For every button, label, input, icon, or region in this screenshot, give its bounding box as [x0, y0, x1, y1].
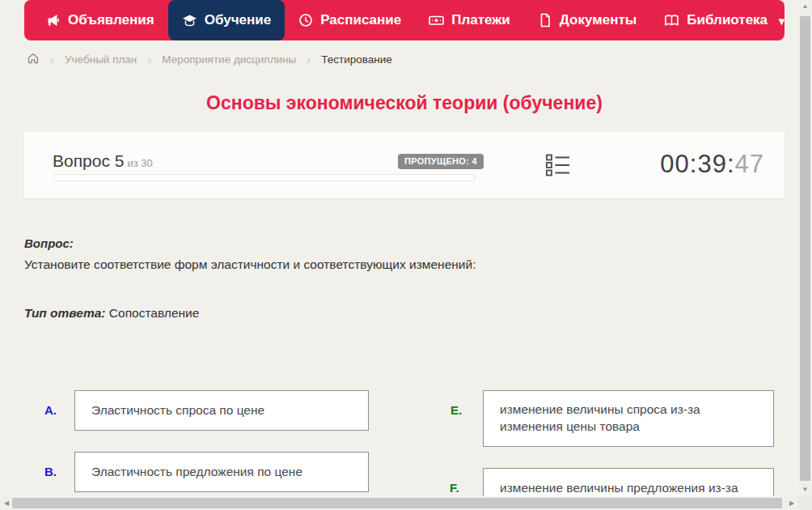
nav-label: Библиотека [687, 12, 768, 28]
nav-label: Платежи [451, 12, 510, 28]
match-option-a[interactable]: Эластичность спроса по цене [74, 390, 369, 431]
timer: 00:39:47 [660, 150, 764, 179]
scroll-left-arrow[interactable]: ◀ [0, 496, 13, 510]
question-panel: Вопрос 5из 30 ПРОПУЩЕНО: 4 00:39:47 [24, 132, 785, 198]
page-title: Основы экономической теории (обучение) [0, 92, 809, 114]
main-navbar: Объявления Обучение Расписание Платежи Д… [24, 0, 785, 40]
chevron-down-icon: ▼ [776, 15, 787, 28]
breadcrumb-separator: › [50, 53, 54, 66]
scroll-right-arrow[interactable]: ▶ [785, 496, 798, 510]
match-letter-a: A. [44, 403, 57, 417]
answer-type-row: Тип ответа: Сопоставление [24, 306, 199, 321]
breadcrumb-discipline-event[interactable]: Мероприятие дисциплины [162, 53, 296, 66]
breadcrumb-curriculum[interactable]: Учебный план [65, 53, 137, 66]
vertical-scroll-thumb[interactable] [800, 16, 810, 481]
match-letter-b: B. [44, 465, 57, 478]
breadcrumb: › Учебный план › Мероприятие дисциплины … [27, 50, 392, 68]
document-icon [538, 13, 552, 28]
question-list-icon[interactable] [546, 154, 572, 178]
scroll-down-arrow[interactable]: ▼ [798, 483, 812, 496]
clock-icon [298, 13, 313, 28]
match-option-e[interactable]: изменение величины спроса из-за изменени… [483, 390, 774, 447]
skipped-badge: ПРОПУЩЕНО: 4 [398, 154, 484, 169]
book-icon [664, 13, 679, 28]
nav-item-schedule[interactable]: Расписание [285, 0, 415, 40]
breadcrumb-separator: › [147, 53, 151, 66]
answer-type-value: Сопоставление [109, 306, 200, 320]
match-letter-e: E. [450, 403, 462, 417]
nav-item-library[interactable]: Библиотека ▼ [650, 0, 801, 40]
answer-type-label: Тип ответа: [24, 306, 106, 320]
nav-label: Объявления [68, 12, 154, 28]
home-icon[interactable] [27, 52, 40, 66]
match-option-b[interactable]: Эластичность предложения по цене [74, 452, 369, 492]
nav-item-payments[interactable]: Платежи [415, 0, 524, 40]
horizontal-scrollbar[interactable]: ◀ ▶ [0, 496, 798, 510]
nav-label: Документы [560, 12, 637, 28]
nav-item-announcements[interactable]: Объявления [32, 0, 168, 40]
question-text: Установите соответствие форм эластичност… [24, 257, 476, 272]
nav-item-learning[interactable]: Обучение [168, 0, 285, 40]
cash-icon [429, 13, 444, 28]
nav-label: Расписание [320, 12, 401, 28]
nav-item-documents[interactable]: Документы [524, 0, 651, 40]
scroll-up-arrow[interactable]: ▲ [798, 0, 812, 13]
progress-bar [53, 174, 476, 181]
graduation-cap-icon [182, 13, 197, 28]
question-heading: Вопрос: [24, 236, 74, 250]
match-letter-f: F. [450, 481, 459, 495]
breadcrumb-separator: › [307, 53, 311, 66]
nav-label: Обучение [205, 12, 271, 28]
megaphone-icon [46, 13, 61, 28]
question-number: Вопрос 5из 30 [53, 151, 153, 171]
timer-seconds: 47 [735, 150, 764, 178]
horizontal-scroll-thumb[interactable] [12, 498, 782, 508]
scrollbar-corner [798, 496, 812, 510]
question-total: из 30 [127, 157, 152, 169]
vertical-scrollbar[interactable]: ▲ ▼ [798, 0, 812, 496]
breadcrumb-testing: Тестирование [321, 53, 392, 66]
